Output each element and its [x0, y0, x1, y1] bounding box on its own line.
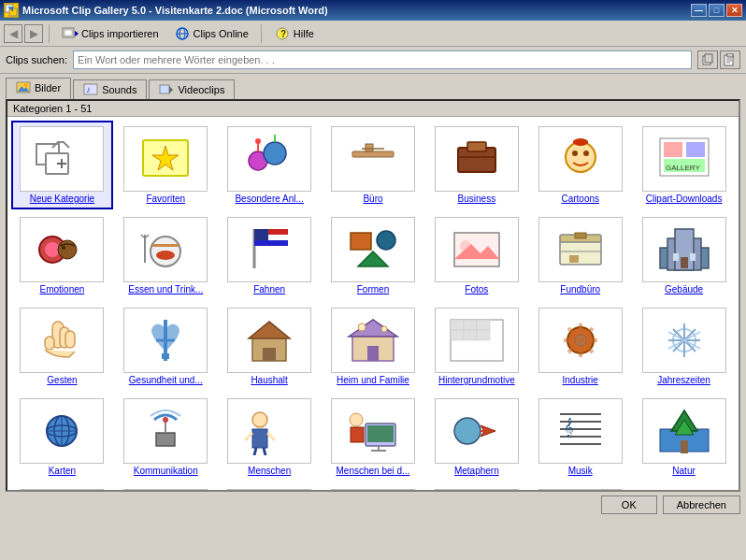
category-item-karten[interactable]: Karten — [11, 393, 113, 481]
category-item-haushalt[interactable]: Haushalt — [219, 302, 321, 391]
category-item-person2[interactable]: ... — [425, 483, 527, 490]
category-item-fundbuero[interactable]: Fundbüro — [529, 211, 631, 300]
svg-text:GALLERY: GALLERY — [666, 164, 700, 172]
category-item-metaphern[interactable]: Metaphern — [425, 393, 527, 481]
minimize-button[interactable]: — — [691, 4, 707, 17]
search-paste-button[interactable] — [720, 50, 740, 69]
tab-sounds[interactable]: ♪ Sounds — [73, 79, 147, 99]
category-icon-clipart-downloads: GALLERY — [642, 126, 726, 192]
category-item-anker[interactable]: ... — [323, 483, 424, 490]
tab-bilder-label: Bilder — [35, 82, 61, 93]
tab-bilder[interactable]: Bilder — [6, 78, 71, 99]
toolbar: ◀ ▶ Clips importieren Clips Online ? Hil… — [0, 21, 746, 47]
category-item-musik[interactable]: 𝄞Musik — [529, 393, 631, 481]
maximize-button[interactable]: □ — [709, 4, 724, 17]
category-icon-musik: 𝄞 — [538, 398, 623, 464]
searchbar: Clips suchen: — [0, 47, 746, 74]
category-icon-favoriten — [123, 126, 208, 192]
category-label-menschen: Menschen — [248, 466, 291, 476]
category-label-essen-und-trinken: Essen und Trink... — [128, 284, 203, 294]
category-icon-menschen — [227, 398, 311, 464]
category-item-buero[interactable]: Büro — [323, 121, 424, 209]
svg-point-138 — [454, 418, 481, 444]
titlebar: Microsoft Clip Gallery 5.0 - Visitenkart… — [0, 0, 746, 21]
category-icon-gesundheit — [123, 308, 208, 373]
category-icon-anker — [331, 489, 415, 490]
category-item-kommunikation[interactable]: Kommunikation — [115, 393, 217, 481]
category-item-hintergrundmotive[interactable]: Hintergrundmotive — [425, 302, 527, 391]
close-button[interactable]: ✕ — [726, 4, 742, 17]
category-grid-scroll[interactable]: Neue KategorieFavoritenBesondere Anl...B… — [7, 117, 739, 490]
category-item-cartoons[interactable]: Cartoons — [529, 121, 631, 209]
ok-button[interactable]: OK — [601, 495, 657, 514]
svg-point-43 — [566, 142, 595, 172]
clips-importieren-label: Clips importieren — [81, 28, 159, 39]
back-button[interactable]: ◀ — [4, 24, 22, 43]
svg-line-130 — [254, 448, 256, 455]
category-icon-person2 — [435, 489, 519, 490]
category-item-fahnen[interactable]: Fahnen — [219, 211, 321, 300]
svg-point-45 — [583, 151, 589, 156]
svg-rect-82 — [690, 253, 696, 261]
hilfe-button[interactable]: ? Hilfe — [267, 23, 321, 44]
forward-button[interactable]: ▶ — [24, 24, 43, 43]
svg-rect-49 — [664, 142, 682, 157]
category-item-gesten[interactable]: Gesten — [11, 302, 113, 391]
search-input[interactable] — [73, 50, 692, 69]
svg-text:♪: ♪ — [86, 84, 91, 94]
category-item-menschen-bei[interactable]: Menschen bei d... — [323, 393, 424, 481]
category-item-besondere-anlaesse[interactable]: Besondere Anl... — [219, 121, 321, 209]
category-label-clipart-downloads: Clipart-Downloads — [646, 194, 723, 204]
category-item-gebaeude[interactable]: Gebäude — [633, 211, 735, 300]
category-item-jahreszeiten[interactable]: Jahreszeiten — [633, 302, 735, 391]
category-item-gesundheit[interactable]: Gesundheit und... — [115, 302, 217, 391]
category-label-formen: Formen — [357, 284, 389, 294]
category-icon-hydrant — [123, 489, 208, 490]
category-item-heim-und-familie[interactable]: Heim und Familie — [323, 302, 424, 391]
category-item-formen[interactable]: Formen — [323, 211, 424, 300]
category-icon-fahnen — [227, 217, 311, 282]
category-icon-heim-und-familie — [331, 308, 415, 373]
category-item-neue-kategorie[interactable]: Neue Kategorie — [11, 121, 113, 209]
category-item-natur[interactable]: Natur — [633, 393, 735, 481]
svg-rect-123 — [156, 433, 175, 446]
clips-importieren-button[interactable]: Clips importieren — [55, 23, 165, 44]
category-item-industrie[interactable]: Industrie — [529, 302, 631, 391]
svg-rect-86 — [65, 331, 75, 348]
svg-point-126 — [252, 412, 267, 427]
clips-online-button[interactable]: Clips Online — [167, 23, 255, 44]
category-item-kreis[interactable]: ... — [529, 483, 631, 490]
category-item-pflanzen[interactable]: Pflanzen — [11, 483, 113, 490]
svg-line-129 — [267, 433, 275, 440]
svg-rect-38 — [366, 144, 373, 151]
svg-rect-67 — [351, 233, 371, 250]
category-item-essen-und-trinken[interactable]: Essen und Trink... — [115, 211, 217, 300]
svg-point-96 — [381, 326, 387, 332]
category-item-clipart-downloads[interactable]: GALLERYClipart-Downloads — [633, 121, 735, 209]
svg-rect-14 — [727, 53, 733, 57]
category-item-hydrant[interactable]: ... — [115, 483, 217, 490]
category-item-emotionen[interactable]: Emotionen — [11, 211, 113, 300]
tab-sounds-label: Sounds — [102, 84, 136, 95]
tab-videoclips[interactable]: Videoclips — [149, 79, 235, 99]
category-label-buero: Büro — [363, 194, 382, 204]
search-label: Clips suchen: — [6, 54, 67, 65]
titlebar-left: Microsoft Clip Gallery 5.0 - Visitenkart… — [4, 3, 328, 18]
category-item-business[interactable]: Business — [425, 121, 527, 209]
category-icon-blume — [227, 489, 311, 490]
svg-marker-94 — [349, 320, 397, 337]
category-icon-emotionen — [20, 217, 104, 282]
svg-rect-103 — [464, 330, 477, 340]
category-label-cartoons: Cartoons — [561, 194, 599, 204]
category-item-fotos[interactable]: Fotos — [425, 211, 527, 300]
category-item-favoriten[interactable]: Favoriten — [115, 121, 217, 209]
svg-rect-77 — [569, 255, 579, 263]
svg-point-125 — [163, 417, 168, 423]
category-item-blume[interactable]: ... — [219, 483, 321, 490]
category-icon-formen — [331, 217, 415, 282]
category-icon-metaphern — [435, 398, 519, 464]
search-copy-button[interactable] — [697, 50, 718, 69]
abbrechen-button[interactable]: Abbrechen — [663, 495, 740, 514]
category-label-gebaeude: Gebäude — [665, 284, 703, 294]
category-item-menschen[interactable]: Menschen — [219, 393, 321, 481]
